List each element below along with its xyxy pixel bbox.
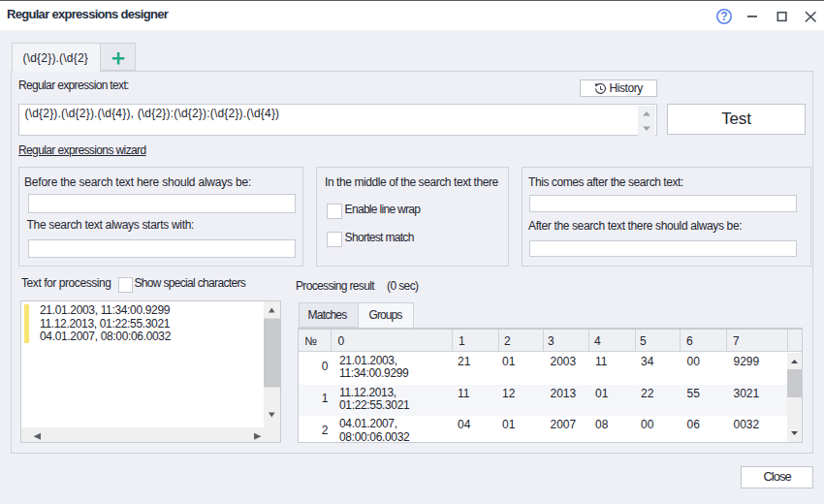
svg-text:?: ? [720,10,727,23]
